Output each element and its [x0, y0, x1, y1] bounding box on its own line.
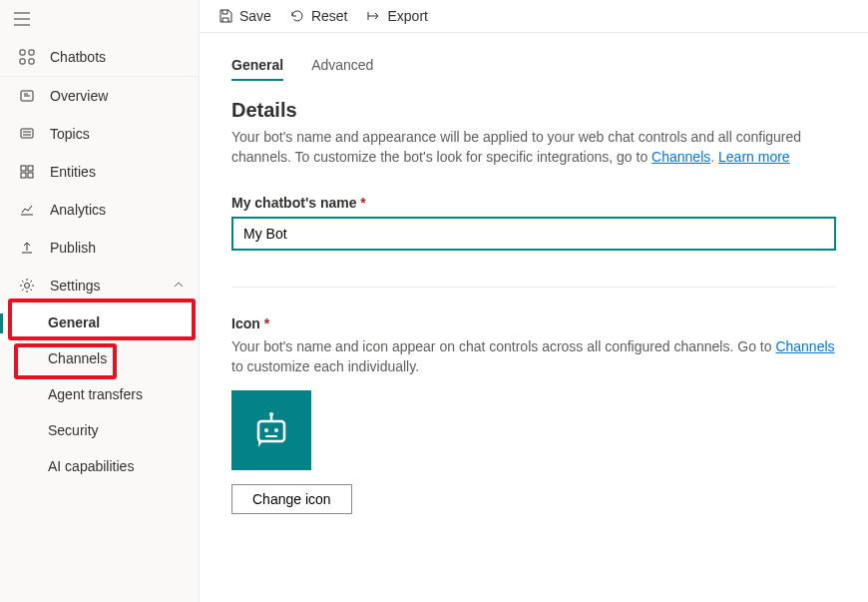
sidebar-sublabel-general: General: [48, 314, 100, 330]
topics-icon: [18, 125, 36, 143]
export-label: Export: [388, 8, 428, 24]
svg-rect-0: [20, 50, 25, 55]
sidebar-item-analytics[interactable]: Analytics: [0, 191, 199, 229]
icon-desc-prefix: Your bot's name and icon appear on chat …: [231, 338, 775, 354]
svg-point-10: [25, 284, 30, 289]
publish-icon: [18, 239, 36, 257]
tab-general[interactable]: General: [231, 57, 283, 81]
required-asterisk: *: [264, 315, 269, 331]
sidebar-sublabel-security: Security: [48, 422, 99, 438]
sidebar-label-topics: Topics: [50, 126, 90, 142]
reset-button[interactable]: Reset: [289, 8, 348, 24]
toolbar: Save Reset Export: [200, 0, 868, 33]
chevron-up-icon: [173, 278, 185, 294]
sidebar-subitem-security[interactable]: Security: [0, 412, 199, 448]
content: General Advanced Details Your bot's name…: [200, 33, 868, 538]
tab-advanced[interactable]: Advanced: [311, 57, 373, 81]
svg-point-12: [264, 428, 268, 432]
sidebar-item-overview[interactable]: Overview: [0, 77, 199, 115]
sidebar-subitem-ai-capabilities[interactable]: AI capabilities: [0, 448, 199, 484]
icon-description: Your bot's name and icon appear on chat …: [231, 337, 836, 376]
sidebar-label-publish: Publish: [50, 240, 96, 256]
required-asterisk: *: [360, 195, 365, 211]
reset-icon: [289, 8, 305, 24]
icon-desc-suffix: to customize each individually.: [231, 358, 419, 374]
tab-advanced-label: Advanced: [311, 57, 373, 73]
name-field-label: My chatbot's name *: [231, 195, 836, 211]
sidebar-label-analytics: Analytics: [50, 202, 106, 218]
svg-rect-9: [28, 173, 33, 178]
details-title: Details: [231, 99, 836, 122]
sidebar-item-topics[interactable]: Topics: [0, 115, 199, 153]
svg-point-14: [269, 412, 273, 416]
svg-rect-6: [21, 166, 26, 171]
tab-general-label: General: [231, 57, 283, 73]
channels-link[interactable]: Channels: [651, 149, 710, 165]
sidebar-label-settings: Settings: [50, 278, 101, 294]
entities-icon: [18, 163, 36, 181]
export-icon: [366, 8, 382, 24]
save-label: Save: [239, 8, 271, 24]
sidebar-item-publish[interactable]: Publish: [0, 229, 199, 267]
sidebar-item-chatbots[interactable]: Chatbots: [0, 38, 199, 76]
icon-field-label: Icon *: [231, 315, 836, 331]
sidebar-label-overview: Overview: [50, 88, 108, 104]
section-divider: [231, 287, 836, 288]
name-field-label-text: My chatbot's name: [231, 195, 356, 211]
hamburger-icon: [14, 12, 30, 26]
channels-link-2[interactable]: Channels: [775, 338, 834, 354]
hamburger-menu[interactable]: [0, 0, 199, 38]
sidebar-subitem-agent-transfers[interactable]: Agent transfers: [0, 376, 199, 412]
chatbot-name-input[interactable]: [231, 217, 836, 251]
save-icon: [217, 8, 233, 24]
svg-rect-5: [21, 129, 33, 138]
svg-rect-3: [29, 59, 34, 64]
svg-rect-2: [20, 59, 25, 64]
sidebar-item-entities[interactable]: Entities: [0, 153, 199, 191]
details-description: Your bot's name and appearance will be a…: [231, 128, 836, 167]
sidebar-subitem-general[interactable]: General: [0, 304, 199, 340]
sidebar-sublabel-channels: Channels: [48, 350, 107, 366]
reset-label: Reset: [311, 8, 348, 24]
details-sep: .: [710, 149, 718, 165]
sidebar-label-entities: Entities: [50, 164, 96, 180]
learn-more-link[interactable]: Learn more: [718, 149, 790, 165]
change-icon-label: Change icon: [252, 491, 331, 507]
bot-icon: [248, 407, 294, 453]
sidebar-subitem-channels[interactable]: Channels: [0, 340, 199, 376]
main-area: Save Reset Export General Advanced Detai…: [200, 0, 868, 602]
gear-icon: [18, 277, 36, 295]
svg-rect-7: [28, 166, 33, 171]
tabs: General Advanced: [231, 57, 836, 81]
sidebar-sublabel-ai-capabilities: AI capabilities: [48, 458, 134, 474]
svg-rect-1: [29, 50, 34, 55]
grid-icon: [18, 48, 36, 66]
svg-rect-11: [258, 421, 284, 441]
svg-rect-8: [21, 173, 26, 178]
svg-point-13: [274, 428, 278, 432]
sidebar: Chatbots Overview Topics Entities Analyt…: [0, 0, 200, 602]
change-icon-button[interactable]: Change icon: [231, 484, 352, 514]
save-button[interactable]: Save: [217, 8, 271, 24]
sidebar-sublabel-agent-transfers: Agent transfers: [48, 386, 143, 402]
bot-icon-preview: [231, 390, 311, 470]
overview-icon: [18, 87, 36, 105]
sidebar-item-settings[interactable]: Settings: [0, 267, 199, 304]
icon-field-label-text: Icon: [231, 315, 260, 331]
export-button[interactable]: Export: [366, 8, 428, 24]
analytics-icon: [18, 201, 36, 219]
sidebar-label-chatbots: Chatbots: [50, 49, 106, 65]
